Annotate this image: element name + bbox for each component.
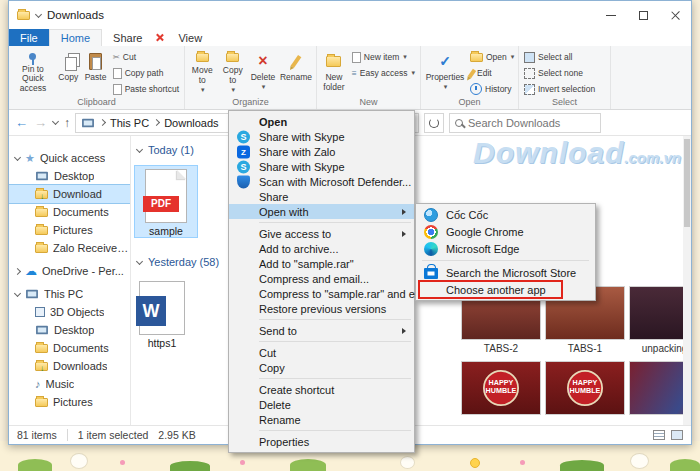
chevron-down-icon[interactable] <box>136 145 143 152</box>
chevron-down-icon[interactable] <box>14 289 21 296</box>
menu-item-rename[interactable]: Rename <box>229 412 414 427</box>
move-to-button[interactable]: Move to▾ <box>188 48 217 96</box>
refresh-button[interactable] <box>424 113 444 133</box>
rename-button[interactable]: Rename <box>279 48 313 96</box>
group-header-today[interactable]: Today (1) <box>137 144 194 156</box>
select-all-button[interactable]: Select all <box>522 50 597 64</box>
file-name[interactable]: TABS-1 <box>545 343 625 354</box>
menu-item-scan-with-defender[interactable]: Scan with Microsoft Defender... <box>229 174 414 189</box>
tab-share[interactable]: Share <box>102 29 153 46</box>
menu-item-cut[interactable]: Cut <box>229 345 414 360</box>
details-view-icon[interactable] <box>653 430 665 440</box>
thumbnail-artwork[interactable] <box>629 361 691 415</box>
breadcrumb-downloads[interactable]: Downloads <box>164 117 218 129</box>
chevron-down-icon[interactable] <box>35 10 42 17</box>
chevron-down-icon[interactable] <box>136 257 143 264</box>
forward-button[interactable]: → <box>34 115 47 130</box>
submenu-item-choose-another-app[interactable]: Choose another app <box>416 281 595 298</box>
copy-to-button[interactable]: Copy to▾ <box>219 48 248 96</box>
file-name[interactable]: unpacking-4 <box>629 343 691 354</box>
scrollbar-thumb[interactable] <box>684 139 690 227</box>
submenu-item-google-chrome[interactable]: Google Chrome <box>416 223 595 240</box>
tab-file[interactable]: File <box>9 29 49 46</box>
selection-count: 1 item selected <box>78 429 149 441</box>
menu-item-delete[interactable]: Delete <box>229 397 414 412</box>
paste-button[interactable]: Paste <box>83 48 109 96</box>
group-header-yesterday[interactable]: Yesterday (58) <box>137 256 219 268</box>
submenu-item-search-microsoft-store[interactable]: Search the Microsoft Store <box>416 264 595 281</box>
menu-item-give-access-to[interactable]: Give access to <box>229 226 414 241</box>
sidebar-item-desktop[interactable]: Desktop <box>9 167 130 185</box>
invert-selection-button[interactable]: Invert selection <box>522 82 597 96</box>
file-https1-doc[interactable]: W https1 <box>131 278 193 349</box>
cut-button[interactable]: ✂Cut <box>111 50 181 64</box>
paste-shortcut-button[interactable]: Paste shortcut <box>111 82 181 96</box>
submenu-item-coc-coc[interactable]: Cốc Cốc <box>416 206 595 223</box>
new-item-button[interactable]: New item▾ <box>350 50 417 64</box>
sidebar-item-pictures[interactable]: Pictures <box>9 221 130 239</box>
menu-item-compress-to-rar-and-email[interactable]: Compress to "sample.rar" and email <box>229 286 414 301</box>
menu-item-share-with-zalo[interactable]: Share with Zalo <box>229 144 414 159</box>
search-box[interactable] <box>449 113 601 133</box>
menu-item-properties[interactable]: Properties <box>229 434 414 449</box>
recent-locations-chevron-icon[interactable] <box>52 118 59 125</box>
menu-item-restore-previous-versions[interactable]: Restore previous versions <box>229 301 414 316</box>
menu-item-create-shortcut[interactable]: Create shortcut <box>229 382 414 397</box>
sidebar-item-documents[interactable]: Documents <box>9 203 130 221</box>
thumbnail-humble-1[interactable]: HAPPY HUMBLE <box>461 361 541 415</box>
easy-access-button[interactable]: ≡Easy access▾ <box>350 66 417 80</box>
select-none-button[interactable]: Select none <box>522 66 597 80</box>
menu-item-copy[interactable]: Copy <box>229 360 414 375</box>
edit-button[interactable]: Edit <box>468 66 516 80</box>
submenu-item-microsoft-edge[interactable]: Microsoft Edge <box>416 240 595 257</box>
tab-home[interactable]: Home <box>49 29 102 46</box>
maximize-button[interactable] <box>627 1 659 29</box>
properties-button[interactable]: ✓ Properties▾ <box>424 48 466 96</box>
sidebar-item-quick-access[interactable]: ★ Quick access <box>9 149 130 167</box>
menu-item-send-to[interactable]: Send to <box>229 323 414 338</box>
history-button[interactable]: History <box>468 82 516 96</box>
sidebar-item-download[interactable]: ↓Download <box>9 185 130 203</box>
sidebar-item-pictures-pc[interactable]: Pictures <box>9 393 130 411</box>
open-button[interactable]: Open▾ <box>468 50 516 64</box>
breadcrumb-this-pc[interactable]: This PC <box>110 117 149 129</box>
downloads-folder-icon: ↓ <box>35 362 48 371</box>
menu-item-add-to-rar[interactable]: Add to "sample.rar" <box>229 256 414 271</box>
titlebar[interactable]: Downloads <box>9 1 691 29</box>
sidebar-item-music[interactable]: ♪Music <box>9 375 130 393</box>
sidebar-item-documents-pc[interactable]: Documents <box>9 339 130 357</box>
back-button[interactable]: ← <box>15 115 28 130</box>
sidebar-item-onedrive[interactable]: ☁ OneDrive - Per... <box>9 262 130 280</box>
copy-path-button[interactable]: Copy path <box>111 66 181 80</box>
pin-to-quick-access-button[interactable]: Pin to Quick access <box>12 48 54 96</box>
file-name[interactable]: TABS-2 <box>461 343 541 354</box>
minimize-button[interactable] <box>595 1 627 29</box>
delete-button[interactable]: × Delete▾ <box>249 48 277 96</box>
file-sample-pdf[interactable]: PDF sample <box>135 166 197 237</box>
menu-item-add-to-archive[interactable]: Add to archive... <box>229 241 414 256</box>
sidebar-item-downloads-pc[interactable]: ↓Downloads <box>9 357 130 375</box>
sidebar-item-zalo-received[interactable]: Zalo Received... <box>9 239 130 257</box>
up-button[interactable]: ↑ <box>64 116 70 130</box>
chevron-right-icon[interactable] <box>14 267 21 274</box>
sidebar-item-desktop-pc[interactable]: Desktop <box>9 321 130 339</box>
large-icons-view-icon[interactable] <box>671 430 683 440</box>
wallpaper-character <box>70 453 88 469</box>
menu-item-share-with-skype-2[interactable]: Share with Skype <box>229 159 414 174</box>
close-button[interactable] <box>659 1 691 29</box>
vertical-scrollbar[interactable] <box>683 136 691 425</box>
thumbnail-humble-2[interactable]: HAPPY HUMBLE <box>545 361 625 415</box>
search-input[interactable] <box>468 117 595 129</box>
tab-view[interactable]: View <box>167 29 213 46</box>
menu-item-open-with[interactable]: Open with <box>229 204 414 219</box>
menu-item-share[interactable]: Share <box>229 189 414 204</box>
chevron-down-icon[interactable] <box>14 153 21 160</box>
menu-item-share-with-skype[interactable]: Share with Skype <box>229 129 414 144</box>
menu-item-compress-and-email[interactable]: Compress and email... <box>229 271 414 286</box>
thumbnail-unpacking-4[interactable] <box>629 286 691 340</box>
copy-button[interactable]: Copy <box>56 48 81 96</box>
new-folder-button[interactable]: New folder <box>320 48 348 96</box>
sidebar-item-this-pc[interactable]: This PC <box>9 285 130 303</box>
menu-item-open[interactable]: Open <box>229 114 414 129</box>
sidebar-item-3d-objects[interactable]: 3D Objects <box>9 303 130 321</box>
